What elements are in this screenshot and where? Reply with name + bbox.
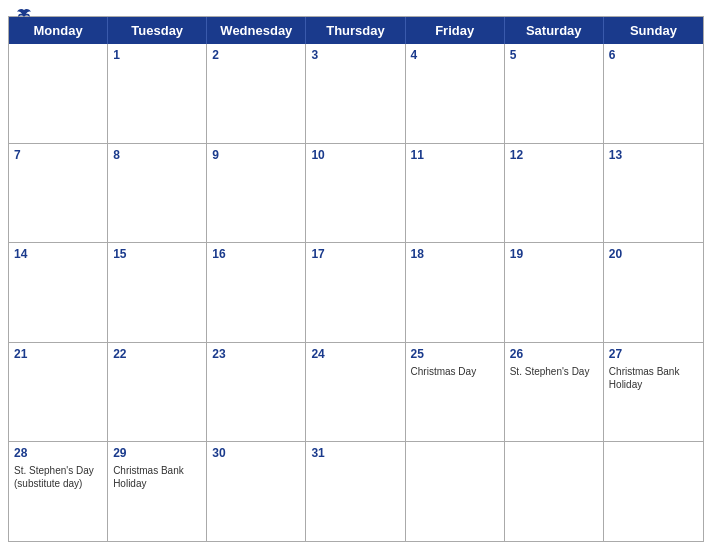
calendar-cell: 11 [406, 144, 505, 243]
day-event: St. Stephen's Day (substitute day) [14, 464, 102, 490]
day-number: 13 [609, 147, 698, 164]
logo-blue-text [16, 8, 34, 22]
day-number: 14 [14, 246, 102, 263]
calendar-cell: 16 [207, 243, 306, 342]
day-number: 11 [411, 147, 499, 164]
day-of-week-wednesday: Wednesday [207, 17, 306, 44]
day-event: Christmas Bank Holiday [113, 464, 201, 490]
calendar-cell: 2 [207, 44, 306, 143]
calendar-cell: 25Christmas Day [406, 343, 505, 442]
calendar-page: MondayTuesdayWednesdayThursdayFridaySatu… [0, 0, 712, 550]
calendar-cell: 8 [108, 144, 207, 243]
day-number: 8 [113, 147, 201, 164]
logo [16, 8, 34, 22]
calendar-cell: 15 [108, 243, 207, 342]
calendar-cell: 1 [108, 44, 207, 143]
day-number: 25 [411, 346, 499, 363]
calendar-cell: 21 [9, 343, 108, 442]
calendar-week-2: 78910111213 [9, 144, 703, 244]
day-of-week-saturday: Saturday [505, 17, 604, 44]
calendar-week-5: 28St. Stephen's Day (substitute day)29Ch… [9, 442, 703, 541]
calendar-week-4: 2122232425Christmas Day26St. Stephen's D… [9, 343, 703, 443]
calendar-cell: 31 [306, 442, 405, 541]
day-number: 30 [212, 445, 300, 462]
calendar-cell: 27Christmas Bank Holiday [604, 343, 703, 442]
day-event: Christmas Bank Holiday [609, 365, 698, 391]
calendar-cell: 20 [604, 243, 703, 342]
calendar-week-1: 123456 [9, 44, 703, 144]
day-of-week-sunday: Sunday [604, 17, 703, 44]
calendar-cell: 14 [9, 243, 108, 342]
day-number: 4 [411, 47, 499, 64]
calendar-cell: 9 [207, 144, 306, 243]
calendar-cell: 29Christmas Bank Holiday [108, 442, 207, 541]
day-number: 15 [113, 246, 201, 263]
day-number: 26 [510, 346, 598, 363]
calendar-cell: 5 [505, 44, 604, 143]
calendar-body: 1234567891011121314151617181920212223242… [9, 44, 703, 541]
day-number: 31 [311, 445, 399, 462]
calendar-cell: 4 [406, 44, 505, 143]
day-number: 3 [311, 47, 399, 64]
calendar-cell: 7 [9, 144, 108, 243]
day-number: 18 [411, 246, 499, 263]
calendar-cell: 24 [306, 343, 405, 442]
day-number: 16 [212, 246, 300, 263]
calendar-cell: 18 [406, 243, 505, 342]
calendar-week-3: 14151617181920 [9, 243, 703, 343]
calendar-cell: 12 [505, 144, 604, 243]
day-number: 2 [212, 47, 300, 64]
calendar-cell [604, 442, 703, 541]
day-number: 23 [212, 346, 300, 363]
calendar-cell: 22 [108, 343, 207, 442]
day-number: 20 [609, 246, 698, 263]
day-event: St. Stephen's Day [510, 365, 598, 378]
day-of-week-tuesday: Tuesday [108, 17, 207, 44]
day-number: 10 [311, 147, 399, 164]
day-number: 28 [14, 445, 102, 462]
calendar-cell [9, 44, 108, 143]
day-number: 17 [311, 246, 399, 263]
day-number: 1 [113, 47, 201, 64]
calendar-cell: 30 [207, 442, 306, 541]
day-number: 9 [212, 147, 300, 164]
logo-bird-icon [16, 8, 32, 22]
calendar-cell: 17 [306, 243, 405, 342]
day-number: 19 [510, 246, 598, 263]
calendar-header [0, 0, 712, 16]
calendar-grid: MondayTuesdayWednesdayThursdayFridaySatu… [8, 16, 704, 542]
calendar-cell: 26St. Stephen's Day [505, 343, 604, 442]
day-number: 7 [14, 147, 102, 164]
calendar-cell: 13 [604, 144, 703, 243]
calendar-days-header: MondayTuesdayWednesdayThursdayFridaySatu… [9, 17, 703, 44]
day-number: 24 [311, 346, 399, 363]
day-of-week-friday: Friday [406, 17, 505, 44]
day-of-week-thursday: Thursday [306, 17, 405, 44]
calendar-cell [406, 442, 505, 541]
calendar-cell: 3 [306, 44, 405, 143]
day-number: 5 [510, 47, 598, 64]
calendar-cell [505, 442, 604, 541]
day-number: 12 [510, 147, 598, 164]
day-number: 6 [609, 47, 698, 64]
calendar-cell: 19 [505, 243, 604, 342]
day-number: 21 [14, 346, 102, 363]
calendar-cell: 10 [306, 144, 405, 243]
calendar-cell: 6 [604, 44, 703, 143]
day-number: 29 [113, 445, 201, 462]
day-number: 22 [113, 346, 201, 363]
calendar-cell: 23 [207, 343, 306, 442]
day-number: 27 [609, 346, 698, 363]
calendar-cell: 28St. Stephen's Day (substitute day) [9, 442, 108, 541]
day-event: Christmas Day [411, 365, 499, 378]
